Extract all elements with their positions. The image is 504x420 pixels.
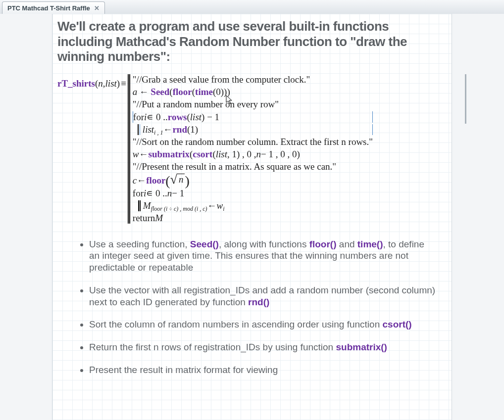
assign-arrow: ← [137, 87, 151, 97]
bullet-2: Use the vector with all registration_IDs… [89, 284, 437, 308]
var-w: w [133, 149, 139, 160]
assign-arrow4: ← [137, 175, 146, 186]
bullet-1: Use a seeding function, Seed(), along wi… [89, 238, 437, 274]
assign-arrow2: ← [163, 124, 172, 135]
page-heading: We'll create a program and use several b… [57, 19, 447, 64]
fn-rows: rows [168, 112, 187, 123]
fn-seed: Seed [151, 87, 169, 97]
var-list3: list [216, 149, 227, 160]
explanation-list: Use a seeding function, Seed(), along wi… [80, 238, 437, 376]
rnd-arg: (1) [187, 124, 198, 135]
bullet-5: Present the result in matrix format for … [89, 364, 437, 376]
assign-arrow3: ← [139, 149, 149, 160]
var-M2: M [155, 213, 163, 224]
hl-submatrix: submatrix() [336, 342, 387, 352]
bullet-4: Return the first n rows of registration_… [89, 341, 437, 353]
fn-floor: floor [173, 87, 192, 97]
hl-csort: csort() [383, 319, 412, 329]
function-name: rT_shirts [57, 78, 95, 89]
var-n2: n [167, 188, 172, 199]
tail-parens: (0))) [213, 87, 230, 97]
document-viewport[interactable]: We'll create a program and use several b… [0, 14, 504, 420]
sqrt-symbol: √ [170, 176, 177, 184]
comment-sort: "//Sort on the random number column. Ext… [133, 137, 373, 147]
sqrt: √ n [170, 174, 185, 185]
tab-bar: PTC Mathcad T-Shirt Raffle ✕ [0, 0, 504, 14]
assign-list-rnd: list i , 1 ← rnd (1) [143, 124, 367, 135]
fn-rnd: rnd [172, 124, 187, 135]
fn-floor2: floor [146, 175, 165, 186]
sqrt-arg-n: n [177, 174, 185, 185]
worksheet-page[interactable]: We'll create a program and use several b… [52, 14, 452, 420]
t1b: , along with functions [219, 239, 309, 249]
minus1: ) − 1 [202, 112, 219, 123]
t1c: and [337, 239, 357, 249]
for-n: for i ∊ 0 .. n − 1 [133, 187, 373, 199]
bullet-3: Sort the column of random numbers in asc… [89, 319, 437, 330]
arg-n: n [98, 78, 103, 89]
for-kw: for [133, 112, 144, 123]
hl-floor: floor() [309, 239, 337, 249]
return-line: return M [133, 213, 373, 224]
app-window: PTC Mathcad T-Shirt Raffle ✕ We'll creat… [0, 0, 504, 420]
return-kw: return [133, 213, 155, 224]
assign-seed: a ← Seed ( floor ( time (0))) [133, 87, 373, 97]
document-tab[interactable]: PTC Mathcad T-Shirt Raffle ✕ [2, 1, 105, 14]
range-in: ∊ 0 .. [147, 111, 168, 123]
var-w2: w [217, 200, 223, 211]
var-c: c [133, 175, 137, 186]
hl-rnd: rnd() [248, 297, 269, 307]
minus1b: − 1 [172, 188, 184, 199]
comment-present: "//Present the result in a matrix. As sq… [133, 161, 373, 172]
comment-rnd: "//Put a random number on every row" [133, 99, 373, 110]
for-kw2: for [133, 188, 144, 199]
for-body-1: list i , 1 ← rnd (1) [140, 124, 373, 135]
fn-time: time [195, 87, 213, 97]
tab-title: PTC Mathcad T-Shirt Raffle [7, 4, 90, 12]
hl-seed: Seed() [190, 239, 219, 249]
t4a: Return the first n rows of registration_… [89, 342, 336, 352]
args-end: − 1 , 0 , 0) [261, 149, 300, 160]
range-in2: ∊ 0 .. [146, 187, 167, 199]
assign-w: w ← submatrix ( csort ( list , 1) , 0 , … [133, 149, 373, 160]
subscript-w: i [223, 205, 224, 213]
fn-csort: csort [193, 149, 212, 160]
hl-time: time() [357, 239, 383, 249]
program-body: "//Grab a seed value from the computer c… [129, 74, 373, 224]
subscript-i1: i , 1 [154, 129, 163, 137]
var-n: n [256, 149, 261, 160]
args-mid: , 1) , 0 , [227, 149, 256, 160]
t3a: Sort the column of random numbers in asc… [89, 319, 383, 329]
var-list2: list [143, 124, 154, 135]
arg-list: list [105, 78, 117, 89]
t1a: Use a seeding function, [89, 239, 190, 249]
region-marker [465, 74, 466, 124]
program-definition-region[interactable]: rT_shirts(n,list)≡ "//Grab a seed value … [57, 74, 452, 224]
var-a: a [133, 87, 138, 97]
assign-arrow5: ← [207, 200, 217, 211]
subscript-M: floor (i ÷ c) , mod (i , c) [151, 205, 207, 213]
for-body-2: M floor (i ÷ c) , mod (i , c) ← w i [140, 200, 373, 211]
definition-equals: ≡ [120, 78, 128, 89]
var-list: list [190, 112, 202, 123]
assign-M: M floor (i ÷ c) , mod (i , c) ← w i [143, 200, 373, 211]
close-icon[interactable]: ✕ [94, 5, 100, 11]
assign-c: c ← floor ( √ n ) [133, 174, 373, 186]
comment-seed: "//Grab a seed value from the computer c… [133, 74, 373, 85]
var-M: M [143, 200, 151, 211]
for-rows: for i ∊ 0 .. rows ( list ) − 1 [133, 111, 373, 123]
function-lhs: rT_shirts(n,list)≡ [57, 74, 128, 89]
fn-submatrix: submatrix [149, 149, 190, 160]
